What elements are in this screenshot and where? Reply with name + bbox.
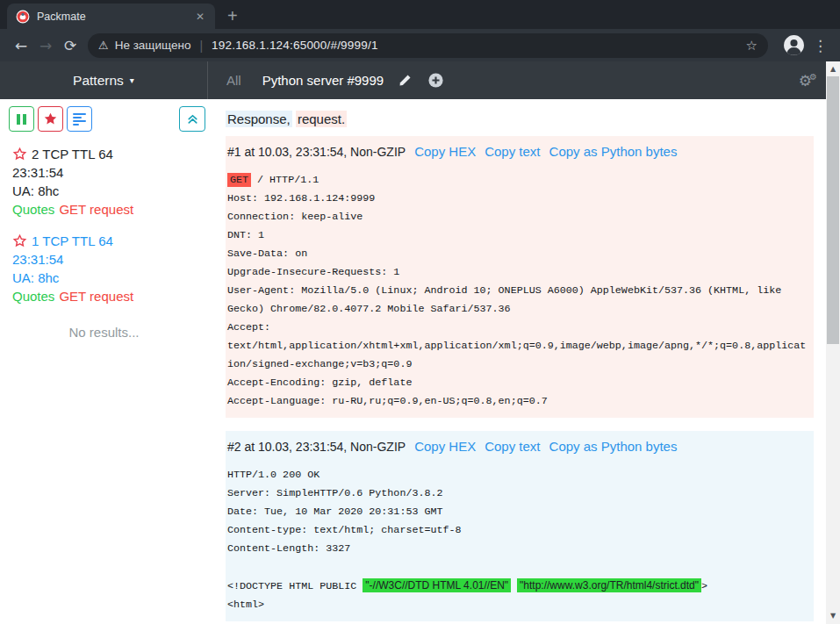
browser-toolbar: ← → ⟳ ⚠ Не защищено | 192.168.1.124:6500…: [0, 29, 840, 61]
scrollbar-thumb[interactable]: [827, 76, 839, 344]
profile-avatar[interactable]: [783, 34, 805, 56]
packet-header: #1 at 10.03, 23:31:54, Non-GZIPCopy HEXC…: [227, 143, 812, 161]
settings-gears-icon[interactable]: ⚙⚙: [799, 72, 815, 90]
chevron-down-icon: ▾: [130, 75, 134, 85]
favorite-star-icon[interactable]: [12, 147, 27, 161]
star-icon: [43, 111, 58, 126]
page-scrollbar[interactable]: ▲ ▼: [826, 61, 840, 624]
packet-meta: #2 at 10.03, 23:31:54, Non-GZIP: [227, 440, 406, 454]
patterns-dropdown[interactable]: Patterns ▾: [0, 61, 208, 99]
tag-get-request: GET request: [59, 202, 133, 217]
list-view-button[interactable]: [67, 106, 92, 132]
copy-hex-link[interactable]: Copy HEX: [414, 144, 476, 159]
packet-payload: GET / HTTP/1.1 Host: 192.168.1.124:9999 …: [227, 171, 812, 411]
sidebar-toolbar: [0, 106, 208, 132]
tab-close-icon[interactable]: ✕: [192, 9, 208, 25]
stream-list-item-selected[interactable]: 1 TCP TTL 64 23:31:54 UA: 8hc QuotesGET …: [12, 232, 208, 305]
browser-tab-bar: Packmate ✕ +: [0, 0, 840, 29]
pause-button[interactable]: [9, 106, 34, 132]
collapse-all-button[interactable]: [179, 106, 205, 132]
new-tab-icon[interactable]: +: [227, 7, 238, 25]
stream-list-item[interactable]: 2 TCP TTL 64 23:31:54 UA: 8hc QuotesGET …: [12, 145, 208, 219]
tab-current-stream[interactable]: Python server #9999: [262, 73, 384, 88]
scroll-down-arrow-icon[interactable]: ▼: [826, 609, 840, 622]
stream-title: 1 TCP TTL 64: [32, 232, 113, 250]
stream-user-agent: UA: 8hc: [12, 182, 208, 200]
legend-response: Response,: [226, 111, 292, 127]
no-results-text: No results...: [0, 325, 208, 340]
address-separator: |: [199, 39, 203, 53]
packet-view: Response, request. #1 at 10.03, 23:31:54…: [208, 99, 826, 624]
pause-icon: [17, 114, 26, 125]
stream-tags: QuotesGET request: [12, 200, 208, 219]
bookmark-star-icon[interactable]: ☆: [746, 38, 757, 54]
browser-menu-icon[interactable]: ⋮: [813, 37, 828, 54]
stream-sidebar: 2 TCP TTL 64 23:31:54 UA: 8hc QuotesGET …: [0, 99, 208, 624]
favorite-star-icon[interactable]: [12, 233, 27, 248]
copy-python-bytes-link[interactable]: Copy as Python bytes: [549, 144, 678, 159]
stream-user-agent: UA: 8hc: [12, 269, 208, 287]
highlight-green: "http://www.w3.org/TR/html4/strict.dtd": [517, 578, 701, 592]
copy-hex-link[interactable]: Copy HEX: [414, 439, 476, 454]
patterns-label: Patterns: [73, 73, 124, 89]
stream-title: 2 TCP TTL 64: [32, 145, 113, 163]
chevron-double-up-icon: [186, 112, 199, 126]
packet-block-response: #2 at 10.03, 23:31:54, Non-GZIPCopy HEXC…: [226, 431, 814, 621]
edit-pencil-icon[interactable]: [398, 74, 412, 87]
security-label: Не защищено: [115, 39, 191, 52]
stream-time: 23:31:54: [12, 250, 208, 269]
packet-meta: #1 at 10.03, 23:31:54, Non-GZIP: [227, 145, 406, 159]
back-icon[interactable]: ←: [9, 37, 33, 54]
highlight-red: GET: [227, 173, 251, 187]
tag-quotes: Quotes: [12, 289, 54, 304]
highlight-green: "-//W3C//DTD HTML 4.01//EN": [363, 578, 511, 592]
tag-get-request: GET request: [59, 289, 133, 304]
copy-python-bytes-link[interactable]: Copy as Python bytes: [549, 439, 678, 454]
app-navbar: Patterns ▾ All Python server #9999 ⚙⚙: [0, 61, 826, 99]
scroll-up-arrow-icon[interactable]: ▲: [826, 62, 840, 75]
tag-quotes: Quotes: [12, 202, 54, 217]
packet-header: #2 at 10.03, 23:31:54, Non-GZIPCopy HEXC…: [227, 438, 812, 455]
reload-icon[interactable]: ⟳: [58, 37, 83, 54]
browser-tab[interactable]: Packmate ✕: [7, 4, 215, 29]
packmate-favicon: [16, 10, 30, 24]
packet-block-request: #1 at 10.03, 23:31:54, Non-GZIPCopy HEXC…: [226, 136, 814, 418]
address-bar[interactable]: ⚠ Не защищено | 192.168.1.124:65000/#/99…: [88, 33, 768, 58]
security-warning-icon[interactable]: ⚠: [98, 39, 109, 52]
legend-request: request.: [296, 111, 347, 127]
stream-time: 23:31:54: [12, 163, 208, 182]
url-text[interactable]: 192.168.1.124:65000/#/9999/1: [212, 39, 738, 52]
copy-text-link[interactable]: Copy text: [485, 144, 540, 159]
legend: Response, request.: [226, 110, 814, 128]
tab-title: Packmate: [37, 11, 192, 23]
tab-all[interactable]: All: [226, 73, 241, 88]
forward-icon[interactable]: →: [33, 37, 58, 54]
add-pattern-icon[interactable]: [428, 73, 443, 88]
align-left-icon: [73, 113, 86, 126]
copy-text-link[interactable]: Copy text: [485, 439, 540, 454]
stream-tags: QuotesGET request: [12, 287, 208, 305]
favorites-filter-button[interactable]: [38, 106, 63, 132]
stream-tabs: All Python server #9999: [208, 73, 443, 88]
packet-payload: HTTP/1.0 200 OK Server: SimpleHTTP/0.6 P…: [227, 466, 812, 614]
